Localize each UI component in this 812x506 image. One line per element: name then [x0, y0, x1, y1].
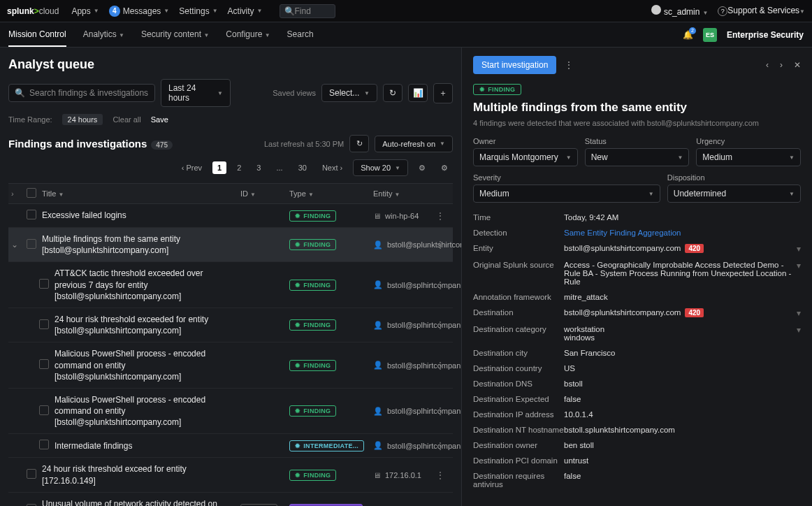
row-more-menu[interactable]: ⋮: [436, 470, 444, 480]
col-id[interactable]: ID ▼: [240, 189, 289, 198]
clear-all-link[interactable]: Clear all: [113, 115, 140, 124]
refresh-now-button[interactable]: ↻: [349, 135, 369, 152]
row-entity: 👤bstoll@splunktshirtcompa: [373, 240, 436, 250]
prev-detail-button[interactable]: ‹: [766, 60, 769, 70]
table-row[interactable]: Malicious PowerShell process - encoded c…: [8, 389, 453, 435]
page-size-select[interactable]: Show 20 ▼: [353, 159, 408, 176]
gear-icon: ⚙: [441, 164, 448, 172]
expand-value-icon[interactable]: ▾: [797, 308, 801, 318]
page-3[interactable]: 3: [252, 161, 266, 174]
table-row[interactable]: Malicious PowerShell process - encoded c…: [8, 342, 453, 389]
tab-configure[interactable]: Configure ▼: [226, 23, 270, 47]
add-button[interactable]: ＋: [433, 83, 453, 103]
select-all-checkbox[interactable]: [27, 188, 36, 198]
row-entity: 👤bstoll@splhirtcompan: [373, 361, 436, 370]
global-search[interactable]: 🔍 Find: [280, 4, 335, 18]
owner-select[interactable]: Marquis Montgomery▼: [473, 148, 578, 166]
menu-activity[interactable]: Activity▼: [228, 6, 263, 16]
row-checkbox[interactable]: [27, 504, 36, 507]
menu-apps[interactable]: Apps▼: [71, 6, 99, 16]
page-1[interactable]: 1: [212, 161, 226, 174]
menu-messages[interactable]: 4Messages▼: [109, 6, 170, 17]
row-title: 24 hour risk threshold exceed for entity…: [42, 463, 240, 486]
tab-security-content[interactable]: Security content ▼: [141, 23, 209, 47]
row-title: Unusual volume of network activity detec…: [42, 498, 240, 506]
disposition-select[interactable]: Undetermined▼: [667, 185, 801, 203]
urgency-select[interactable]: Medium▼: [696, 148, 801, 166]
detail-kv-row: Destination PCI domainuntrust: [473, 453, 801, 468]
table-row[interactable]: 24 hour risk threshold exceeded for enti…: [8, 308, 453, 342]
row-checkbox[interactable]: [39, 319, 49, 329]
row-checkbox[interactable]: [27, 469, 36, 479]
logo: splunk>cloud: [7, 6, 59, 16]
kv-key: Destination city: [473, 349, 564, 357]
user-icon: 👤: [373, 361, 383, 370]
table-row[interactable]: Intermediate findings✹INTERMEDIATE...👤bs…: [8, 434, 453, 458]
tab-mission-control[interactable]: Mission Control: [8, 23, 66, 47]
time-range-pill[interactable]: 24 hours: [62, 114, 103, 125]
menu-settings[interactable]: Settings▼: [179, 6, 217, 16]
row-checkbox[interactable]: [39, 405, 49, 415]
refresh-button[interactable]: ↻: [383, 84, 403, 102]
expand-value-icon[interactable]: ▾: [797, 244, 801, 254]
detail-kv-row: Destination categoryworkstation windows▾: [473, 321, 801, 345]
status-select[interactable]: New▼: [585, 148, 690, 166]
detail-kv-row: Destination NT hostnamebstoll.splunktshi…: [473, 422, 801, 438]
support-menu[interactable]: ?Support & Services▼: [718, 6, 805, 16]
table-row[interactable]: 24 hour risk threshold exceed for entity…: [8, 458, 453, 492]
table-row[interactable]: Excessive failed logins✹FINDING🖥win-hp-6…: [8, 204, 453, 228]
kv-value: false: [564, 395, 801, 403]
saved-views-select[interactable]: Select...▼: [321, 84, 377, 102]
row-checkbox[interactable]: [39, 440, 49, 449]
severity-select[interactable]: Medium▼: [473, 185, 660, 203]
page-2[interactable]: 2: [232, 161, 246, 174]
expand-value-icon[interactable]: ▾: [797, 261, 801, 270]
col-type[interactable]: Type ▼: [289, 189, 373, 198]
notifications-button[interactable]: 🔔 2: [683, 30, 693, 40]
autorefresh-select[interactable]: Auto-refresh on ▼: [375, 136, 453, 152]
col-title[interactable]: Title ▼: [42, 189, 240, 198]
row-entity: 🖥172.16.0.1: [373, 471, 436, 479]
expand-value-icon[interactable]: ▾: [797, 325, 801, 335]
row-more-menu[interactable]: ⋮: [436, 361, 444, 370]
kv-value: false: [564, 472, 801, 480]
expand-all[interactable]: ›: [11, 189, 14, 198]
tab-search[interactable]: Search: [287, 23, 314, 47]
prev-page[interactable]: ‹ Prev: [177, 161, 207, 174]
table-row[interactable]: ⌄Multiple findings from the same entity …: [8, 228, 453, 262]
row-more-menu[interactable]: ⋮: [436, 441, 444, 451]
row-checkbox[interactable]: [27, 239, 36, 249]
kv-key: Original Splunk source: [473, 261, 564, 269]
row-checkbox[interactable]: [39, 359, 49, 369]
row-more-menu[interactable]: ⋮: [436, 280, 444, 290]
save-link[interactable]: Save: [151, 115, 168, 124]
search-input[interactable]: 🔍 Search findings & investigations: [8, 84, 155, 102]
filter-button[interactable]: ⚙: [414, 161, 430, 175]
more-menu[interactable]: ⋮: [565, 60, 573, 70]
start-investigation-button[interactable]: Start investigation: [473, 56, 556, 74]
next-detail-button[interactable]: ›: [780, 60, 783, 70]
row-more-menu[interactable]: ⋮: [436, 211, 444, 221]
timerange-button[interactable]: Last 24 hours▼: [161, 79, 231, 107]
row-more-menu[interactable]: ⋮: [436, 240, 444, 250]
nav-bar: Mission Control Analytics ▼ Security con…: [0, 22, 812, 48]
user-icon: 👤: [373, 240, 383, 250]
row-more-menu[interactable]: ⋮: [436, 406, 444, 416]
tab-analytics[interactable]: Analytics ▼: [83, 23, 124, 47]
chart-button[interactable]: 📊: [408, 84, 428, 102]
row-checkbox[interactable]: [27, 210, 36, 219]
expand-row-icon[interactable]: ⌄: [11, 240, 18, 250]
next-page[interactable]: Next ›: [317, 161, 347, 174]
settings-button[interactable]: ⚙: [436, 161, 453, 175]
user-icon: 👤: [373, 441, 383, 450]
page-30[interactable]: 30: [293, 161, 312, 174]
kv-value: San Francisco: [564, 349, 801, 357]
table-row[interactable]: ›Unusual volume of network activity dete…: [8, 493, 453, 506]
row-checkbox[interactable]: [39, 279, 49, 289]
user-menu[interactable]: sc_admin▼: [651, 5, 708, 17]
close-detail-button[interactable]: ✕: [794, 60, 801, 70]
col-entity[interactable]: Entity ▼: [373, 189, 436, 198]
table-row[interactable]: ATT&CK tactic threshold exceeded over pr…: [8, 262, 453, 308]
row-more-menu[interactable]: ⋮: [436, 320, 444, 330]
kv-key: Destination country: [473, 364, 564, 373]
